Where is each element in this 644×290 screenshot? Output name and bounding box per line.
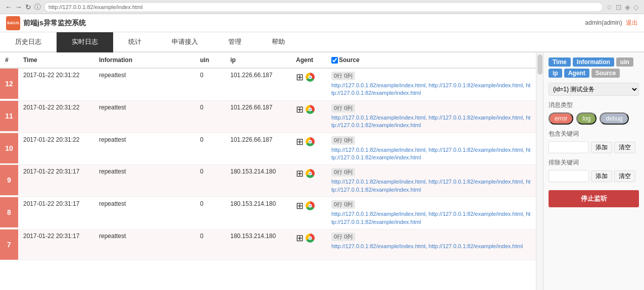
url-text: http://127.0.0.1:82/example/index.html xyxy=(48,4,143,10)
table-header: # Time Information uin ip Agent Source xyxy=(0,52,536,68)
info-icon: ⓘ xyxy=(34,3,41,12)
row-time: 2017-01-22 20:31:17 xyxy=(18,229,94,260)
extension-icon3: ◇ xyxy=(633,3,639,11)
tab-realtime[interactable]: 实时日志 xyxy=(57,32,113,52)
windows-icon: ⊞ xyxy=(296,233,304,244)
tab-stats[interactable]: 统计 xyxy=(113,32,157,52)
chrome-icon xyxy=(306,169,315,178)
username: admin(admin) xyxy=(585,19,622,26)
main-content: # Time Information uin ip Agent Source xyxy=(0,52,644,290)
exclude-add-button[interactable]: 添加 xyxy=(591,170,612,182)
include-add-button[interactable]: 添加 xyxy=(591,142,612,153)
table-row: 10 2017-01-22 20:31:22 repeattest 0 101.… xyxy=(0,133,536,165)
source-tag: 0行 0列 xyxy=(331,104,355,112)
row-num: 7 xyxy=(0,229,18,260)
logo-text: BADJS xyxy=(7,21,19,25)
row-num-cell: 10 xyxy=(0,133,18,165)
windows-icon: ⊞ xyxy=(296,136,304,147)
scroll-thumb[interactable] xyxy=(537,54,542,75)
row-info: repeattest xyxy=(94,197,195,229)
row-uin: 0 xyxy=(195,68,225,100)
browser-bar: ← → ↻ ⓘ http://127.0.0.1:82/example/inde… xyxy=(0,0,644,14)
exclude-clear-button[interactable]: 清空 xyxy=(614,170,635,182)
logout-link[interactable]: 退出 xyxy=(626,19,638,26)
source-url: http://127.0.0.1:82/example/index.html, … xyxy=(331,210,531,226)
filter-tag-information[interactable]: Information xyxy=(573,57,614,67)
msg-type-error[interactable]: error xyxy=(549,112,573,125)
windows-icon: ⊞ xyxy=(296,200,304,211)
tab-history[interactable]: 历史日志 xyxy=(0,32,57,52)
filter-tag-uin[interactable]: uin xyxy=(616,57,633,67)
filter-tag-source[interactable]: Source xyxy=(591,69,620,78)
bookmark-icon: ☆ xyxy=(606,3,613,11)
source-url: http://127.0.0.1:82/example/index.html, … xyxy=(331,243,531,250)
right-panel: Time Information uin ip Agent Source (id… xyxy=(543,52,644,290)
chrome-icon xyxy=(306,137,315,146)
row-info: repeattest xyxy=(94,100,195,133)
tab-apply[interactable]: 申请接入 xyxy=(157,32,213,52)
back-button[interactable]: ← xyxy=(5,3,12,11)
row-time: 2017-01-22 20:31:22 xyxy=(18,133,94,165)
chrome-icon xyxy=(306,105,315,114)
business-select[interactable]: (id=1) 测试业务 xyxy=(549,83,639,96)
app-title: 前端js异常监控系统 xyxy=(23,19,86,28)
include-keyword-input[interactable] xyxy=(549,141,589,153)
filter-tag-agent[interactable]: Agent xyxy=(564,69,589,78)
windows-icon: ⊞ xyxy=(296,72,304,83)
app-logo: BADJS xyxy=(6,16,20,30)
exclude-keyword-input[interactable] xyxy=(549,170,589,182)
url-bar[interactable]: http://127.0.0.1:82/example/index.html xyxy=(44,2,603,12)
filter-tag-time[interactable]: Time xyxy=(549,57,571,67)
source-tag: 0行 0列 xyxy=(331,168,355,177)
row-time: 2017-01-22 20:31:17 xyxy=(18,165,94,197)
row-agent: ⊞ xyxy=(291,100,326,133)
forward-button[interactable]: → xyxy=(15,3,22,11)
exclude-keyword-label: 排除关键词 xyxy=(549,158,639,167)
row-ip: 180.153.214.180 xyxy=(225,165,291,197)
row-time: 2017-01-22 20:31:22 xyxy=(18,68,94,100)
row-time: 2017-01-22 20:31:17 xyxy=(18,197,94,229)
row-agent: ⊞ xyxy=(291,229,326,260)
source-checkbox[interactable] xyxy=(331,57,338,64)
msg-type-label: 消息类型 xyxy=(549,101,639,109)
row-uin: 0 xyxy=(195,197,225,229)
msg-type-log[interactable]: log xyxy=(576,112,597,125)
source-tag: 0行 0列 xyxy=(331,72,355,80)
tab-manage[interactable]: 管理 xyxy=(213,32,257,52)
th-ip: ip xyxy=(225,52,291,68)
msg-type-debug[interactable]: debug xyxy=(600,112,628,125)
source-url: http://127.0.0.1:82/example/index.html, … xyxy=(331,146,531,162)
row-num: 10 xyxy=(0,133,18,163)
exclude-keyword-row: 添加 清空 xyxy=(549,170,639,182)
row-num-cell: 8 xyxy=(0,197,18,229)
chrome-icon xyxy=(306,201,315,210)
filter-tag-ip[interactable]: ip xyxy=(549,69,562,78)
app-branding: BADJS 前端js异常监控系统 xyxy=(6,16,86,30)
row-time: 2017-01-22 20:31:22 xyxy=(18,100,94,133)
th-source-label: Source xyxy=(339,56,360,64)
row-info: repeattest xyxy=(94,133,195,165)
scrollbar[interactable] xyxy=(536,52,543,290)
extension-icon2: ◈ xyxy=(625,3,630,11)
refresh-button[interactable]: ↻ xyxy=(25,3,31,11)
row-source: 0行 0列 http://127.0.0.1:82/example/index.… xyxy=(326,100,536,133)
row-source: 0行 0列 http://127.0.0.1:82/example/index.… xyxy=(326,133,536,165)
row-ip: 101.226.66.187 xyxy=(225,100,291,133)
row-num-cell: 7 xyxy=(0,229,18,260)
nav-tabs: 历史日志 实时日志 统计 申请接入 管理 帮助 xyxy=(0,32,644,52)
stop-listen-button[interactable]: 停止监听 xyxy=(549,190,639,207)
source-tag: 0行 0列 xyxy=(331,200,355,209)
row-uin: 0 xyxy=(195,165,225,197)
th-time: Time xyxy=(18,52,94,68)
row-uin: 0 xyxy=(195,229,225,260)
include-keyword-row: 添加 清空 xyxy=(549,141,639,153)
table-row: 8 2017-01-22 20:31:17 repeattest 0 180.1… xyxy=(0,197,536,229)
th-source: Source xyxy=(326,52,536,68)
tab-help[interactable]: 帮助 xyxy=(257,32,300,52)
table-row: 7 2017-01-22 20:31:17 repeattest 0 180.1… xyxy=(0,229,536,260)
row-num: 9 xyxy=(0,165,18,195)
row-ip: 180.153.214.180 xyxy=(225,197,291,229)
extension-icon1: ⊡ xyxy=(616,3,622,11)
include-clear-button[interactable]: 清空 xyxy=(614,142,635,153)
table-row: 12 2017-01-22 20:31:22 repeattest 0 101.… xyxy=(0,68,536,100)
